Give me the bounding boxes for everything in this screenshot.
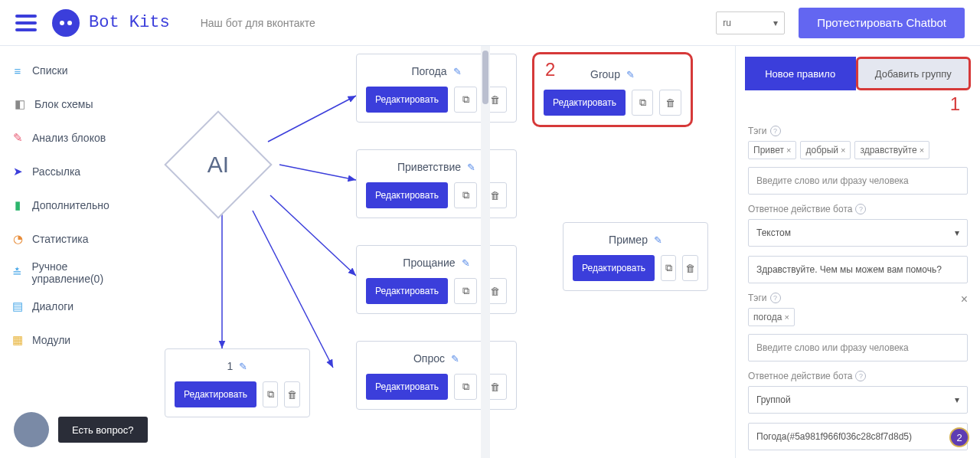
edit-button[interactable]: Редактировать	[573, 255, 655, 281]
action-select[interactable]: Группой▾	[748, 386, 968, 414]
sidebar-item-label: Статистика	[32, 233, 89, 245]
sidebar-item-dialogs[interactable]: ▤Диалоги	[0, 290, 149, 323]
logo-text: Bot Kits	[89, 13, 170, 32]
sidebar-item-modules[interactable]: ▦Модули	[0, 323, 149, 357]
sidebar-item-label: Рассылка	[32, 165, 80, 178]
copy-icon[interactable]: ⧉	[454, 278, 478, 304]
help-icon[interactable]: ?	[855, 371, 866, 381]
lang-select[interactable]: ru ▾	[716, 11, 785, 34]
sidebar-item-label: Ручное управление(0)	[31, 260, 139, 285]
trash-icon[interactable]: 🗑	[659, 90, 681, 116]
edit-button[interactable]: Редактировать	[175, 381, 256, 407]
block-example[interactable]: Пример✎ Редактировать ⧉ 🗑	[563, 222, 708, 291]
send-icon: ➤	[11, 165, 24, 178]
block-weather[interactable]: Погода✎ Редактировать ⧉ 🗑	[356, 54, 517, 123]
pencil-icon[interactable]: ✎	[453, 66, 462, 77]
copy-icon[interactable]: ⧉	[632, 90, 654, 116]
copy-icon[interactable]: ⧉	[454, 182, 478, 208]
tags-label: Тэги?	[748, 126, 968, 136]
canvas-scrollbar[interactable]	[481, 46, 490, 458]
block-title: Погода	[411, 65, 446, 77]
sidebar-item-label: Диалоги	[32, 300, 74, 312]
flow-canvas[interactable]: AI Погода✎ Редактировать ⧉ 🗑 Приветствие…	[149, 46, 735, 458]
block-survey[interactable]: Опрос✎ Редактировать ⧉ 🗑	[356, 341, 517, 410]
ai-node[interactable]: AI	[165, 111, 272, 218]
trash-icon[interactable]: 🗑	[284, 381, 300, 407]
sidebar-item-stats[interactable]: ◔Статистика	[0, 222, 149, 256]
svg-line-0	[268, 96, 356, 142]
sidebar-item-label: Модули	[32, 334, 70, 346]
test-chatbot-button[interactable]: Протестировать Chatbot	[799, 8, 965, 38]
response-input[interactable]: Здравствуйте. Чем мы можем вам помочь?	[748, 256, 968, 283]
sidebar-item-analysis[interactable]: ✎Анализ блоков	[0, 121, 149, 155]
sidebar-item-lists[interactable]: ≡Списки	[0, 54, 149, 87]
edit-button[interactable]: Редактировать	[366, 87, 448, 113]
action-select[interactable]: Текстом▾	[748, 219, 968, 247]
phrase-input[interactable]: Введите слово или фразу человека	[748, 167, 968, 195]
phrase-input[interactable]: Введите слово или фразу человека	[748, 334, 968, 361]
pencil-icon[interactable]: ✎	[467, 162, 475, 173]
close-icon[interactable]: ×	[920, 146, 924, 155]
tags-list: Привет× добрый× здравствуйте×	[748, 141, 968, 159]
close-icon[interactable]: ×	[841, 146, 845, 155]
modules-icon: ▦	[11, 333, 24, 347]
copy-icon[interactable]: ⧉	[661, 255, 677, 281]
list-icon: ≡	[11, 64, 24, 77]
block-greeting[interactable]: Приветствие✎ Редактировать ⧉ 🗑	[356, 149, 517, 218]
help-icon[interactable]: ?	[770, 293, 781, 303]
sidebar-item-flowcharts[interactable]: ◧Блок схемы	[0, 87, 149, 121]
tag-item[interactable]: добрый×	[800, 141, 851, 159]
pencil-icon[interactable]: ✎	[626, 69, 635, 80]
ai-label: AI	[165, 111, 272, 218]
action-label: Ответное действие бота?	[748, 371, 968, 381]
help-widget[interactable]: Есть вопрос?	[14, 412, 148, 447]
close-icon[interactable]: ×	[784, 312, 789, 322]
action-label: Ответное действие бота?	[748, 204, 968, 214]
bot-name: Наш бот для вконтакте	[201, 17, 315, 29]
close-icon[interactable]: ×	[786, 146, 791, 155]
block-title: Пример	[609, 234, 648, 246]
annotation-1: 1	[736, 93, 980, 115]
sliders-icon: ≛	[11, 266, 24, 280]
edit-button[interactable]: Редактировать	[366, 182, 448, 208]
sidebar-item-more[interactable]: ▮Дополнительно	[0, 188, 149, 222]
copy-icon[interactable]: ⧉	[454, 374, 478, 400]
tab-new-rule[interactable]: Новое правило	[745, 57, 856, 90]
trash-icon[interactable]: 🗑	[682, 255, 698, 281]
edit-button[interactable]: Редактировать	[366, 278, 448, 304]
chevron-down-icon: ▾	[773, 18, 778, 28]
step-badge[interactable]: 2	[949, 427, 969, 447]
header: Bot Kits Наш бот для вконтакте ru ▾ Прот…	[0, 0, 980, 46]
menu-toggle-icon[interactable]	[15, 15, 37, 31]
pencil-icon[interactable]: ✎	[239, 361, 247, 372]
sidebar-item-label: Дополнительно	[32, 199, 109, 211]
sidebar-item-label: Анализ блоков	[32, 132, 106, 144]
group-select[interactable]: Погода(#5a981f966f036c28c8f7d8d5)▾	[748, 423, 968, 450]
sidebar-item-manual[interactable]: ≛Ручное управление(0)	[0, 256, 149, 290]
rule-block: × Тэги? погода× Введите слово или фразу …	[748, 293, 968, 450]
block-title: Group	[590, 68, 620, 80]
pencil-icon[interactable]: ✎	[451, 353, 459, 365]
close-icon[interactable]: ×	[961, 293, 968, 306]
copy-icon[interactable]: ⧉	[454, 87, 478, 113]
sidebar-item-broadcast[interactable]: ➤Рассылка	[0, 155, 149, 188]
copy-icon[interactable]: ⧉	[263, 381, 279, 407]
edit-button[interactable]: Редактировать	[544, 90, 626, 116]
tab-add-group-highlighted[interactable]: Добавить группу	[856, 57, 972, 90]
pencil-icon[interactable]: ✎	[654, 234, 662, 246]
block-one[interactable]: 1✎ Редактировать ⧉ 🗑	[165, 348, 310, 417]
help-icon[interactable]: ?	[770, 126, 781, 136]
flowchart-icon: ◧	[13, 97, 27, 111]
help-icon[interactable]: ?	[855, 204, 866, 214]
sidebar-item-label: Списки	[32, 64, 67, 77]
annotation-2: 2	[545, 59, 555, 80]
pencil-icon[interactable]: ✎	[462, 257, 470, 269]
block-title: 1	[227, 360, 234, 372]
chat-icon: ▤	[11, 299, 24, 313]
tag-item[interactable]: Привет×	[748, 141, 796, 159]
tag-item[interactable]: здравствуйте×	[854, 141, 929, 159]
tag-item[interactable]: погода×	[748, 308, 795, 326]
block-group-highlighted[interactable]: 2 Group✎ Редактировать ⧉ 🗑	[532, 52, 693, 127]
edit-button[interactable]: Редактировать	[366, 374, 448, 400]
block-farewell[interactable]: Прощание✎ Редактировать ⧉ 🗑	[356, 245, 517, 314]
